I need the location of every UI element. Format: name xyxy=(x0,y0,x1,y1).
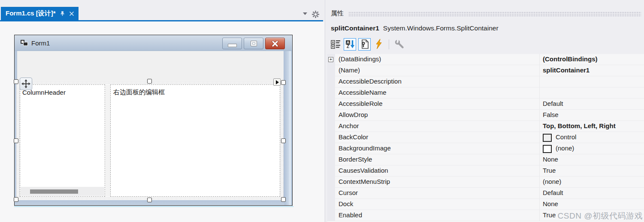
property-row[interactable]: BackColor Control xyxy=(327,132,644,143)
property-pages-wrench-icon[interactable] xyxy=(393,38,405,51)
property-value[interactable]: Control xyxy=(540,132,644,143)
row-gutter xyxy=(327,165,335,176)
row-gutter xyxy=(327,99,335,109)
maximize-icon xyxy=(251,41,257,46)
property-value[interactable]: Default xyxy=(540,188,644,198)
property-name[interactable]: (DataBindings) xyxy=(335,54,540,65)
row-gutter xyxy=(327,110,335,120)
property-name[interactable]: BackgroundImage xyxy=(335,143,540,154)
property-name[interactable]: ContextMenuStrip xyxy=(335,177,540,187)
selection-handle-top-middle[interactable] xyxy=(147,79,152,84)
color-swatch xyxy=(543,145,552,153)
selection-handle-bottom-left[interactable] xyxy=(14,197,18,202)
form-titlebar[interactable]: Form1 xyxy=(15,35,292,51)
property-name[interactable]: AllowDrop xyxy=(335,110,540,120)
property-grid: (DataBindings) (ControlBindings) + (Name… xyxy=(327,54,644,222)
form-right-frame xyxy=(284,51,292,205)
property-row[interactable]: ContextMenuStrip (none) xyxy=(327,177,644,188)
pane-divider[interactable] xyxy=(325,0,325,222)
property-value[interactable]: None xyxy=(540,199,644,210)
property-name[interactable]: Cursor xyxy=(335,188,540,198)
property-value[interactable]: (none) xyxy=(540,177,644,187)
property-value[interactable]: Top, Bottom, Left, Right xyxy=(540,121,644,132)
vs-designer-window: Form1.cs [设计]* xyxy=(0,0,644,222)
form-close-button[interactable] xyxy=(265,38,285,49)
row-gutter xyxy=(327,188,335,198)
property-row[interactable]: AccessibleName xyxy=(327,87,644,99)
color-swatch xyxy=(543,134,552,142)
scrollbar-thumb[interactable] xyxy=(30,189,78,194)
property-row[interactable]: AccessibleDescription xyxy=(327,76,644,87)
selection-handle-bottom-right[interactable] xyxy=(281,197,286,202)
selection-handle-middle-left[interactable] xyxy=(14,138,18,143)
row-gutter xyxy=(327,121,335,132)
selection-handle-middle-right[interactable] xyxy=(281,138,286,143)
selection-handle-top-right[interactable] xyxy=(281,80,286,85)
categorized-icon[interactable] xyxy=(330,38,342,51)
property-name[interactable]: Dock xyxy=(335,199,540,210)
property-name[interactable]: Enabled xyxy=(335,210,540,221)
form-minimize-button[interactable] xyxy=(222,38,242,49)
property-row[interactable]: (DataBindings) (ControlBindings) + xyxy=(327,54,644,65)
splitter-bar[interactable] xyxy=(106,84,110,197)
tab-form1-design[interactable]: Form1.cs [设计]* xyxy=(1,7,79,20)
gear-icon[interactable] xyxy=(311,10,320,18)
property-row[interactable]: Anchor Top, Bottom, Left, Right xyxy=(327,121,644,132)
property-value[interactable] xyxy=(540,76,644,87)
row-gutter xyxy=(327,76,335,87)
property-row[interactable]: BorderStyle None xyxy=(327,154,644,165)
split-panel2-textbox[interactable]: 右边面板的编辑框 xyxy=(110,84,280,197)
property-row[interactable]: AllowDrop False xyxy=(327,110,644,121)
row-gutter xyxy=(327,154,335,165)
move-handle-button[interactable] xyxy=(20,78,32,90)
property-value[interactable]: False xyxy=(540,110,644,120)
split-container-selection[interactable]: ColumnHeader 右边面板的编辑框 xyxy=(16,81,284,200)
selected-object-name: splitContainer1 xyxy=(331,24,379,32)
row-gutter xyxy=(327,87,335,98)
row-gutter xyxy=(327,65,335,76)
form-maximize-button[interactable] xyxy=(244,38,263,49)
property-row[interactable]: BackgroundImage (none) xyxy=(327,143,644,154)
pin-icon[interactable] xyxy=(60,11,65,16)
property-name[interactable]: AccessibleRole xyxy=(335,99,540,109)
property-name[interactable]: Anchor xyxy=(335,121,540,132)
listview-horizontal-scrollbar[interactable] xyxy=(21,187,104,196)
property-value[interactable] xyxy=(540,87,644,98)
property-name[interactable]: AccessibleName xyxy=(335,87,540,98)
split-panel1-listview[interactable]: ColumnHeader xyxy=(20,84,105,197)
textbox-text[interactable]: 右边面板的编辑框 xyxy=(111,85,280,96)
property-value[interactable]: (ControlBindings) xyxy=(540,54,644,65)
property-value[interactable]: None xyxy=(540,154,644,165)
close-x-icon xyxy=(272,41,278,47)
property-name[interactable]: BackColor xyxy=(335,132,540,143)
property-row[interactable]: AccessibleRole Default xyxy=(327,99,644,110)
property-row[interactable]: (Name) splitContainer1 xyxy=(327,65,644,76)
property-row[interactable]: Dock None xyxy=(327,199,644,210)
listview-column-header[interactable]: ColumnHeader xyxy=(20,85,105,96)
property-name[interactable]: (Name) xyxy=(335,65,540,76)
property-row[interactable]: CausesValidation True xyxy=(327,165,644,177)
close-icon[interactable] xyxy=(69,11,74,16)
object-selector[interactable]: splitContainer1System.Windows.Forms.Spli… xyxy=(331,24,499,32)
tab-label: Form1.cs [设计]* xyxy=(6,9,56,18)
property-name[interactable]: AccessibleDescription xyxy=(335,76,540,87)
property-value[interactable]: True xyxy=(540,165,644,176)
selected-object-type: System.Windows.Forms.SplitContainer xyxy=(383,24,499,32)
property-value[interactable]: splitContainer1 xyxy=(540,65,644,76)
property-name[interactable]: CausesValidation xyxy=(335,165,540,176)
smart-tag-button[interactable] xyxy=(273,78,281,86)
property-value[interactable]: Default xyxy=(540,99,644,109)
chevron-down-icon[interactable] xyxy=(302,12,308,15)
properties-page-icon[interactable] xyxy=(358,38,371,51)
expand-icon[interactable]: + xyxy=(328,57,333,62)
property-value[interactable]: (none) xyxy=(540,143,644,154)
property-name[interactable]: BorderStyle xyxy=(335,154,540,165)
alphabetical-sort-icon[interactable]: A Z xyxy=(344,38,356,51)
panel-drag-texture[interactable] xyxy=(348,12,641,17)
property-row[interactable]: Cursor Default xyxy=(327,188,644,199)
events-lightning-icon[interactable] xyxy=(373,38,384,51)
selection-handle-bottom-middle[interactable] xyxy=(147,198,152,202)
move-arrows-icon xyxy=(21,79,30,88)
selection-handle-top-left[interactable] xyxy=(14,79,18,84)
designer-pane: Form1.cs [设计]* xyxy=(0,0,325,222)
